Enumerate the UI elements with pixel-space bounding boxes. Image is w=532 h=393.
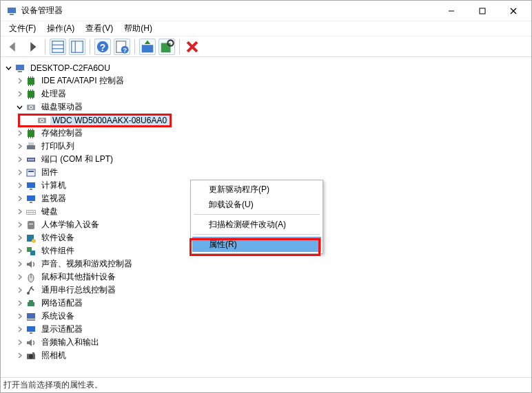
device-tree[interactable]: DESKTOP-C2FA6OUIDE ATA/ATAPI 控制器处理器磁盘驱动器… xyxy=(1,57,531,377)
tree-item-selected[interactable]: WDC WD5000AAKX-08U6AA0 xyxy=(3,114,531,127)
svg-rect-83 xyxy=(29,300,33,302)
chevron-right-icon[interactable] xyxy=(14,181,24,191)
statusbar-text: 打开当前选择项的属性表。 xyxy=(3,379,103,391)
chevron-right-icon[interactable] xyxy=(14,168,24,178)
sound-icon xyxy=(25,337,37,348)
tree-item-label: WDC WD5000AAKX-08U6AA0 xyxy=(50,115,169,126)
menu-file[interactable]: 文件(F) xyxy=(5,21,40,36)
tree-item-ports[interactable]: 端口 (COM 和 LPT) xyxy=(3,153,531,166)
tree-item-camera[interactable]: 照相机 xyxy=(3,349,531,362)
context-menu-uninstall[interactable]: 卸载设备(U) xyxy=(192,197,321,212)
menu-help[interactable]: 帮助(H) xyxy=(120,21,156,36)
chevron-right-icon[interactable] xyxy=(14,207,24,217)
tree-item-disk[interactable]: 磁盘驱动器 xyxy=(3,100,531,114)
svg-rect-66 xyxy=(32,211,34,212)
tree-item-label: 存储控制器 xyxy=(39,127,85,140)
tree-item-display[interactable]: 显示适配器 xyxy=(3,323,531,336)
toolbar: ? ? xyxy=(1,36,531,57)
svg-text:?: ? xyxy=(100,42,105,52)
svg-rect-68 xyxy=(27,213,28,214)
toolbar-update-driver-button[interactable] xyxy=(139,39,156,55)
svg-rect-67 xyxy=(34,211,35,212)
tree-item-storage[interactable]: 存储控制器 xyxy=(3,127,531,140)
svg-rect-63 xyxy=(27,211,28,212)
chevron-right-icon[interactable] xyxy=(14,259,24,269)
tree-item-label: 系统设备 xyxy=(39,310,76,323)
svg-rect-90 xyxy=(32,352,34,354)
context-menu-update-driver[interactable]: 更新驱动程序(P) xyxy=(192,182,321,197)
sys-icon xyxy=(25,311,37,322)
toolbar-view1-button[interactable] xyxy=(50,39,66,55)
tree-item-cpu[interactable]: 处理器 xyxy=(3,87,531,100)
toolbar-help-button[interactable]: ? xyxy=(94,39,111,55)
toolbar-separator xyxy=(90,39,90,54)
svg-rect-17 xyxy=(161,43,171,52)
chevron-right-icon[interactable] xyxy=(14,155,24,164)
chevron-right-icon[interactable] xyxy=(14,233,24,243)
cam-icon xyxy=(25,350,37,361)
chevron-right-icon[interactable] xyxy=(14,194,24,204)
chevron-right-icon[interactable] xyxy=(14,142,24,151)
toolbar-uninstall-button[interactable] xyxy=(184,39,201,55)
svg-rect-50 xyxy=(27,145,35,149)
svg-rect-46 xyxy=(30,129,31,130)
context-menu-scan[interactable]: 扫描检测硬件改动(A) xyxy=(192,217,321,232)
tree-item-mouse[interactable]: 鼠标和其他指针设备 xyxy=(3,270,531,284)
tree-item-audio[interactable]: 音频输入和输出 xyxy=(3,336,531,349)
menu-view[interactable]: 查看(V) xyxy=(81,21,117,36)
net-icon xyxy=(25,298,37,309)
svg-rect-86 xyxy=(27,326,35,332)
chevron-right-icon[interactable] xyxy=(14,89,24,99)
chevron-down-icon[interactable] xyxy=(3,63,13,73)
chevron-right-icon xyxy=(25,116,35,125)
chevron-right-icon[interactable] xyxy=(14,351,24,361)
chevron-right-icon[interactable] xyxy=(14,129,24,138)
chevron-right-icon[interactable] xyxy=(14,299,24,308)
chevron-down-icon[interactable] xyxy=(14,103,24,112)
svg-rect-22 xyxy=(18,71,22,72)
svg-rect-25 xyxy=(28,85,29,86)
chevron-right-icon[interactable] xyxy=(14,220,24,230)
tree-item-label: IDE ATA/ATAPI 控制器 xyxy=(39,74,126,87)
context-menu-separator xyxy=(194,234,320,235)
toolbar-view2-button[interactable] xyxy=(69,39,85,55)
chevron-right-icon[interactable] xyxy=(14,312,24,321)
svg-rect-23 xyxy=(28,78,34,85)
tree-item-firmware[interactable]: 固件 xyxy=(3,166,531,179)
toolbar-help2-button[interactable]: ? xyxy=(114,39,130,55)
chevron-right-icon[interactable] xyxy=(14,286,24,295)
close-button[interactable] xyxy=(498,1,529,21)
toolbar-forward-button[interactable] xyxy=(24,39,41,55)
maximize-button[interactable] xyxy=(467,1,498,21)
statusbar: 打开当前选择项的属性表。 xyxy=(1,377,531,392)
tree-item-label: 打印队列 xyxy=(39,140,76,153)
tree-item-root[interactable]: DESKTOP-C2FA6OU xyxy=(3,61,531,74)
tree-item-sound[interactable]: 声音、视频和游戏控制器 xyxy=(3,257,531,270)
tree-item-sys[interactable]: 系统设备 xyxy=(3,310,531,323)
svg-rect-64 xyxy=(29,211,30,212)
chevron-right-icon[interactable] xyxy=(14,338,24,348)
chevron-right-icon[interactable] xyxy=(14,273,24,282)
svg-rect-35 xyxy=(32,89,33,91)
svg-rect-45 xyxy=(28,137,29,138)
tree-item-net[interactable]: 网络适配器 xyxy=(3,297,531,310)
toolbar-back-button[interactable] xyxy=(5,39,21,55)
context-menu-properties[interactable]: 属性(R) xyxy=(192,237,321,252)
toolbar-scan-button[interactable] xyxy=(158,39,175,55)
menu-action[interactable]: 操作(A) xyxy=(43,21,79,36)
svg-rect-16 xyxy=(142,45,154,52)
svg-rect-51 xyxy=(28,142,34,145)
chevron-right-icon[interactable] xyxy=(14,76,24,86)
minimize-button[interactable] xyxy=(436,1,467,21)
chevron-right-icon[interactable] xyxy=(14,325,24,334)
svg-rect-48 xyxy=(32,129,33,130)
context-menu: 更新驱动程序(P) 卸载设备(U) 扫描检测硬件改动(A) 属性(R) xyxy=(190,180,323,254)
tree-item-label: 键盘 xyxy=(39,205,60,218)
toolbar-separator xyxy=(45,39,45,54)
tree-item-label: 软件组件 xyxy=(39,244,76,257)
sound-icon xyxy=(25,259,37,270)
chevron-right-icon[interactable] xyxy=(14,246,24,256)
tree-item-usb[interactable]: 通用串行总线控制器 xyxy=(3,284,531,297)
tree-item-ide[interactable]: IDE ATA/ATAPI 控制器 xyxy=(3,74,531,87)
tree-item-printq[interactable]: 打印队列 xyxy=(3,140,531,153)
